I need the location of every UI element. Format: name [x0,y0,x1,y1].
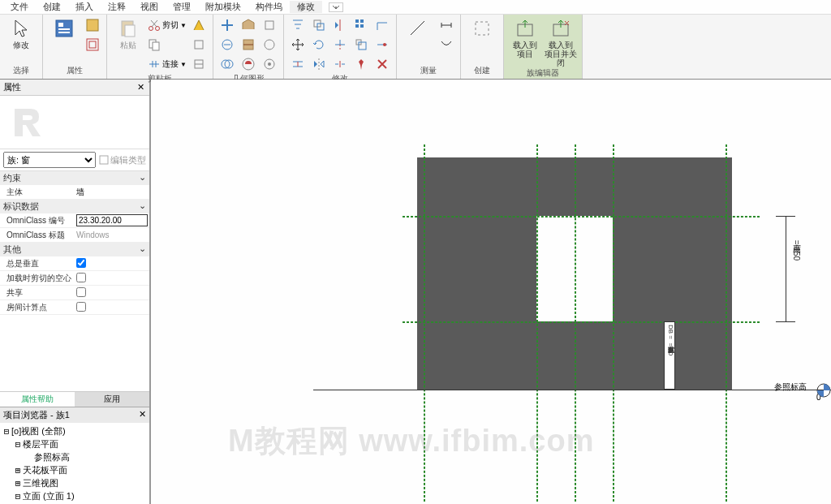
ribbon-group-properties: 属性 [43,15,107,79]
split-button[interactable] [331,55,349,73]
svg-rect-5 [87,19,98,31]
svg-rect-30 [360,24,364,28]
svg-rect-37 [100,156,108,164]
measure-button[interactable] [402,16,434,39]
ref-plane-opening-left[interactable] [536,144,538,502]
cut-geom-button[interactable] [218,36,236,54]
load-into-project-button[interactable]: 载入到 项目 [509,16,541,58]
trim-single-button[interactable] [373,36,391,54]
level-head-icon[interactable] [816,383,831,398]
dim-sill-label: DB = 默认窗台高度 = 80 [665,325,674,355]
ref-level-marker[interactable]: 参照标高 [774,381,807,393]
split-face-button[interactable] [239,36,257,54]
ref-plane-left[interactable] [424,144,425,502]
cursor-icon [11,18,32,39]
paint-button[interactable] [239,55,257,73]
mirror-axis-button[interactable] [310,55,328,73]
cope-button[interactable] [218,16,236,34]
section-constraints[interactable]: 约束⌄ [0,171,149,185]
node-ref-level[interactable]: 参照标高 [2,450,148,463]
clipboard-tool-3[interactable] [190,55,208,73]
node-views[interactable]: ⊟[o] 视图 (全部) [2,424,148,437]
node-floor-plans[interactable]: ⊟楼层平面 [2,437,148,450]
drawing-canvas[interactable]: 高度 = 150 DB = 默认窗台高度 = 80 参照标高 0 M教程网 ww… [151,80,831,504]
menu-manage[interactable]: 管理 [166,1,198,13]
cut-void-checkbox[interactable] [76,273,86,282]
measure-icon [407,18,428,39]
svg-point-24 [268,62,271,66]
properties-help-link[interactable]: 属性帮助 [0,392,75,407]
dim-height-line[interactable] [786,216,786,321]
paste-button[interactable]: 粘贴 [112,16,144,50]
prop-room-calc: 房间计算点 [0,300,149,315]
menu-addins[interactable]: 附加模块 [198,1,248,13]
room-calc-checkbox[interactable] [76,302,86,312]
node-ceiling-plans[interactable]: ⊞天花板平面 [2,463,148,476]
load-close-button[interactable]: 载入到 项目并关闭 [545,16,577,67]
array-button[interactable] [352,16,370,34]
ribbon-group-create: 创建 [461,15,504,79]
family-types-button[interactable] [84,16,101,34]
menu-create[interactable]: 创建 [36,1,68,13]
ref-plane-center[interactable] [575,144,576,502]
group-label-create: 创建 [466,65,498,77]
copy-tool-button[interactable] [310,16,328,34]
family-type-select[interactable]: 族: 窗 [3,152,96,168]
omniclass-number-input[interactable] [76,214,148,226]
measure-tool-2[interactable] [437,36,455,54]
svg-rect-13 [153,42,159,50]
geom-tool-c[interactable] [260,55,278,73]
dim-height-label[interactable]: 高度 = 150 [790,238,802,261]
section-other[interactable]: 其他⌄ [0,243,149,256]
menu-view[interactable]: 视图 [133,1,166,13]
join-geom-button[interactable] [218,55,236,73]
wall-opening-button[interactable] [239,16,257,34]
trim-corner-button[interactable] [373,16,391,34]
geom-tool-a[interactable] [260,16,278,34]
ref-plane-sill[interactable] [403,321,760,323]
move-button[interactable] [289,36,307,54]
connect-button[interactable]: 连接▼ [148,55,187,73]
offset-button[interactable] [289,55,307,73]
properties-footer: 属性帮助 应用 [0,391,149,407]
mirror-draw-button[interactable] [331,16,349,34]
node-3d-views[interactable]: ⊞三维视图 [2,476,148,489]
modify-tool-button[interactable]: 修改 [5,16,37,50]
edit-type-button[interactable]: 编辑类型 [99,154,146,166]
rotate-button[interactable] [310,36,328,54]
match-type-button[interactable] [190,16,208,34]
menu-insert[interactable]: 插入 [68,1,101,13]
menu-annotate[interactable]: 注释 [101,1,133,13]
type-properties-button[interactable] [84,36,101,54]
group-label-select: 选择 [5,65,37,77]
clipboard-tool-2[interactable] [190,36,208,54]
node-elevations[interactable]: ⊟立面 (立面 1) [2,489,148,502]
ref-plane-opening-right[interactable] [613,144,614,502]
copy-button[interactable] [148,36,187,54]
scale-button[interactable] [352,36,370,54]
align-button[interactable] [289,16,307,34]
menu-modify[interactable]: 修改 [290,1,322,13]
properties-button[interactable] [48,16,80,39]
revit-logo-icon [8,102,49,143]
dimension-button[interactable] [437,16,455,34]
ground-line [313,390,831,390]
create-button[interactable] [466,16,498,39]
shared-checkbox[interactable] [76,287,86,297]
delete-button[interactable] [373,55,391,73]
always-vertical-checkbox[interactable] [76,258,86,268]
menu-file[interactable]: 文件 [3,1,36,13]
ref-plane-right[interactable] [726,144,727,502]
ribbon-panel-selector[interactable] [329,2,343,12]
section-identity[interactable]: 标识数据⌄ [0,200,149,213]
trim-extend-button[interactable] [331,36,349,54]
cut-button[interactable]: 剪切▼ [148,16,187,34]
pin-button[interactable] [352,55,370,73]
menu-compwarehouse[interactable]: 构件坞 [248,1,290,13]
apply-button[interactable]: 应用 [75,392,149,407]
ribbon-group-select: 修改 选择 [0,15,43,79]
close-browser-button[interactable]: ✕ [139,409,146,421]
group-label-family-editor: 族编辑器 [509,67,577,80]
ref-plane-head[interactable] [403,216,760,218]
geom-tool-b[interactable] [260,36,278,54]
